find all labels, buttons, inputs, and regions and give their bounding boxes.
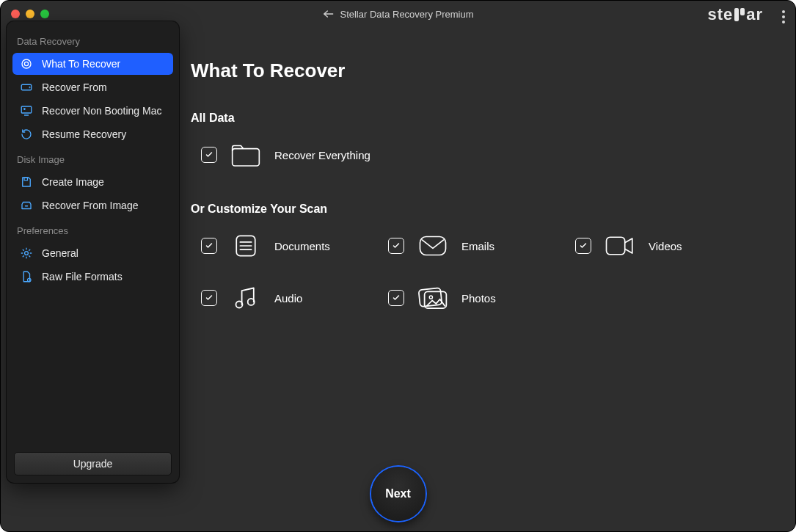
drive-icon [20, 81, 33, 94]
sidebar-item-label: Recover From [42, 81, 107, 93]
sidebar-item-label: Recover From Image [42, 200, 138, 211]
checkbox-audio[interactable] [201, 290, 217, 306]
save-icon [20, 175, 33, 189]
sidebar-item-recover-from[interactable]: Recover From [12, 76, 173, 98]
refresh-icon [20, 128, 33, 141]
svg-point-0 [22, 59, 31, 68]
option-documents[interactable]: Documents [201, 233, 388, 258]
sidebar: Data Recovery What To Recover Recover Fr… [7, 21, 179, 483]
svg-rect-8 [233, 149, 260, 166]
sidebar-item-general[interactable]: General [12, 242, 173, 264]
option-label: Recover Everything [274, 149, 370, 161]
archive-icon [20, 199, 33, 212]
close-window-button[interactable] [11, 10, 20, 18]
upgrade-button[interactable]: Upgrade [14, 452, 172, 475]
brand-logo: stear [707, 5, 763, 24]
traffic-lights [11, 10, 49, 18]
sidebar-item-what-to-recover[interactable]: What To Recover [12, 53, 173, 75]
kebab-menu-button[interactable] [782, 8, 785, 26]
maximize-window-button[interactable] [40, 10, 49, 18]
sidebar-section-title: Disk Image [12, 147, 173, 170]
page-title: What To Recover [191, 59, 781, 82]
sidebar-section-title: Preferences [12, 218, 173, 241]
option-emails[interactable]: Emails [388, 233, 575, 258]
option-label: Photos [461, 292, 496, 305]
svg-point-6 [25, 252, 29, 255]
svg-point-3 [29, 87, 31, 88]
svg-point-16 [429, 296, 432, 299]
option-label: Documents [274, 240, 330, 252]
checkbox-emails[interactable] [388, 238, 404, 254]
checkbox-photos[interactable] [388, 290, 404, 306]
next-button[interactable]: Next [371, 467, 426, 521]
option-videos[interactable]: Videos [575, 233, 762, 258]
target-icon [20, 57, 33, 70]
customize-heading: Or Customize Your Scan [191, 203, 781, 216]
folder-icon [230, 142, 261, 167]
svg-rect-14 [419, 288, 442, 307]
photos-icon [417, 285, 448, 311]
monitor-icon [20, 104, 33, 117]
file-icon [20, 270, 33, 283]
sidebar-item-create-image[interactable]: Create Image [12, 171, 173, 193]
svg-rect-4 [21, 106, 32, 113]
svg-rect-10 [420, 237, 446, 255]
option-label: Emails [461, 240, 494, 252]
option-label: Audio [274, 292, 302, 305]
option-label: Videos [649, 240, 682, 252]
checkbox-recover-everything[interactable] [201, 147, 217, 163]
documents-icon [230, 233, 261, 258]
videos-icon [605, 235, 635, 257]
option-recover-everything[interactable]: Recover Everything [201, 142, 781, 167]
option-photos[interactable]: Photos [388, 285, 575, 311]
checkbox-videos[interactable] [575, 238, 591, 254]
emails-icon [417, 234, 448, 258]
sidebar-item-label: Raw File Formats [42, 271, 123, 283]
gear-icon [20, 247, 33, 260]
app-window: Stellar Data Recovery Premium stear Data… [0, 0, 796, 532]
sidebar-item-label: Resume Recovery [42, 128, 126, 140]
sidebar-item-label: What To Recover [42, 58, 120, 70]
sidebar-item-resume-recovery[interactable]: Resume Recovery [12, 123, 173, 145]
sidebar-item-raw-file-formats[interactable]: Raw File Formats [12, 266, 173, 288]
sidebar-item-label: Recover Non Booting Mac [42, 105, 161, 117]
all-data-heading: All Data [191, 112, 781, 125]
minimize-window-button[interactable] [26, 10, 34, 18]
svg-rect-5 [24, 178, 28, 181]
main-content: What To Recover All Data Recover Everyth… [191, 45, 781, 531]
sidebar-item-recover-from-image[interactable]: Recover From Image [12, 194, 173, 216]
window-title: Stellar Data Recovery Premium [340, 9, 473, 20]
checkbox-documents[interactable] [201, 238, 217, 254]
option-audio[interactable]: Audio [201, 285, 388, 311]
audio-icon [230, 285, 261, 311]
sidebar-item-non-booting-mac[interactable]: Recover Non Booting Mac [12, 100, 173, 122]
sidebar-item-label: Create Image [42, 176, 104, 188]
sidebar-section-title: Data Recovery [12, 29, 173, 51]
svg-rect-11 [607, 237, 625, 255]
svg-point-1 [24, 62, 28, 65]
back-icon [322, 10, 334, 18]
sidebar-item-label: General [42, 247, 78, 259]
